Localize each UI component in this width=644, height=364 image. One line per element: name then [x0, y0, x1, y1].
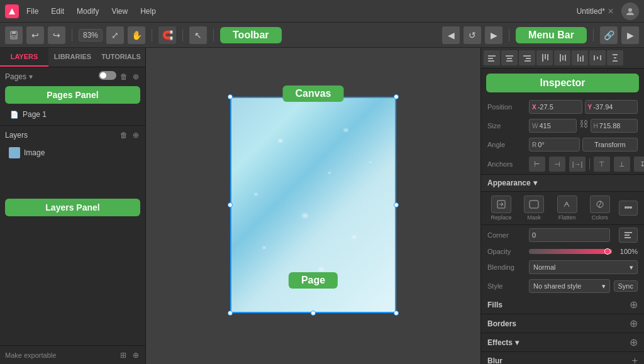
transform-btn[interactable]: Transform	[582, 138, 638, 152]
x-field[interactable]: X -27.5	[529, 100, 582, 114]
handle-mid-right[interactable]	[394, 202, 399, 207]
menu-edit[interactable]: Edit	[46, 4, 69, 18]
position-label: Position	[487, 103, 525, 111]
tab-layers[interactable]: LAYERS	[0, 48, 48, 67]
align-top-btn[interactable]	[536, 50, 553, 65]
account-icon[interactable]	[621, 3, 639, 20]
blur-row: Blur +	[481, 352, 644, 364]
close-document-btn[interactable]: ✕	[608, 7, 614, 16]
tab-libraries[interactable]: LIBRARIES	[48, 48, 97, 67]
corner-row: Corner 0	[481, 225, 644, 245]
add-layer-btn[interactable]: ⊕	[131, 130, 140, 141]
opacity-slider[interactable]	[529, 249, 612, 254]
angle-field[interactable]: R 0°	[529, 138, 580, 152]
replace-btn[interactable]: Replace	[487, 196, 515, 221]
refresh-btn[interactable]: ↺	[464, 26, 481, 44]
save-btn[interactable]	[5, 26, 23, 44]
layer-image-item[interactable]: Image	[5, 145, 140, 161]
h-field[interactable]: H 715.88	[591, 119, 638, 133]
handle-bottom-left[interactable]	[228, 311, 233, 316]
pages-header-left[interactable]: Pages ▾	[5, 72, 33, 81]
anchor-vcenter-btn[interactable]: ⊥	[614, 157, 630, 172]
menu-view[interactable]: View	[106, 4, 133, 18]
menu-modify[interactable]: Modify	[72, 4, 104, 18]
handle-bottom-right[interactable]	[394, 311, 399, 316]
anchor-bottom-btn[interactable]: ↧	[634, 157, 644, 172]
colors-btn[interactable]: Colors	[586, 196, 614, 221]
add-blur-btn[interactable]: +	[632, 355, 638, 364]
corner-value-field[interactable]: 0	[529, 228, 610, 242]
handle-top-left[interactable]	[228, 94, 233, 99]
mask-btn[interactable]: Mask	[520, 196, 548, 221]
anchor-left-btn[interactable]: ⊢	[529, 157, 545, 172]
anchor-right-btn[interactable]: |→|	[569, 157, 586, 172]
zoom-fit-btn[interactable]: ⤢	[106, 26, 124, 44]
corner-adjust-btn[interactable]	[619, 201, 638, 216]
align-right-btn[interactable]	[519, 50, 535, 65]
effects-dropdown-icon[interactable]: ▾	[515, 338, 519, 347]
align-center-v-btn[interactable]	[554, 50, 570, 65]
w-field[interactable]: W 415	[529, 119, 577, 133]
export-icon-btn1[interactable]: ⊞	[119, 350, 128, 361]
handle-bottom-center[interactable]	[311, 311, 316, 316]
distribute-v-btn[interactable]	[607, 50, 623, 65]
zoom-level[interactable]: 83%	[79, 29, 103, 41]
blending-select[interactable]: Normal ▾	[529, 260, 638, 274]
pages-title: Pages	[5, 72, 26, 81]
toggle-control[interactable]	[99, 71, 116, 80]
w-value: 415	[539, 122, 550, 130]
h-label: H	[594, 123, 598, 130]
pages-dropdown-icon[interactable]: ▾	[29, 72, 33, 81]
appearance-dropdown-icon[interactable]: ▾	[533, 179, 537, 187]
add-fill-btn[interactable]: ⊕	[630, 299, 638, 311]
handle-top-right[interactable]	[394, 94, 399, 99]
pan-tool-btn[interactable]: ✋	[128, 26, 145, 44]
flatten-btn[interactable]: Flatten	[553, 196, 581, 221]
sync-btn[interactable]: Sync	[614, 280, 638, 292]
distribute-h-btn[interactable]	[589, 50, 606, 65]
page1-item[interactable]: 📄 Page 1	[5, 108, 140, 121]
svg-rect-10	[523, 55, 531, 57]
align-bottom-btn[interactable]	[572, 50, 588, 65]
replace-label: Replace	[491, 214, 512, 221]
anchor-top-btn[interactable]: ⊤	[594, 157, 610, 172]
design-frame[interactable]	[231, 98, 395, 312]
delete-layer-btn[interactable]: 🗑	[119, 130, 129, 141]
style-dropdown-icon: ▾	[602, 282, 606, 290]
tab-tutorials[interactable]: TUTORIALS	[97, 48, 145, 67]
select-tool-btn[interactable]: ↖	[189, 26, 207, 44]
chain-link-icon[interactable]: ⛓	[579, 119, 588, 133]
opacity-value: 100%	[616, 248, 638, 255]
corner-options-btn[interactable]	[619, 228, 638, 243]
undo-btn[interactable]: ↩	[26, 26, 44, 44]
toolbar-label: Toolbar	[220, 27, 281, 43]
delete-page-btn[interactable]: 🗑	[119, 71, 129, 82]
angle-fields: R 0° Transform	[529, 138, 638, 152]
colors-label: Colors	[592, 214, 608, 221]
blending-row: Blending Normal ▾	[481, 258, 644, 277]
prev-btn[interactable]: ◀	[442, 26, 460, 44]
menu-help[interactable]: Help	[135, 4, 161, 18]
anchor-center-btn[interactable]: ⊣	[549, 157, 565, 172]
appearance-header: Appearance ▾	[481, 174, 644, 192]
link-btn[interactable]: 🔗	[600, 26, 618, 44]
align-center-h-btn[interactable]	[501, 50, 518, 65]
pages-panel-label-box: Toolbar Pages Panel	[5, 86, 140, 104]
forward-btn[interactable]: ▶	[485, 26, 502, 44]
style-select[interactable]: No shared style ▾	[529, 279, 610, 293]
canvas-area[interactable]: Canvas Page	[146, 48, 480, 364]
handle-mid-left[interactable]	[228, 202, 233, 207]
magnet-tool-btn[interactable]: 🧲	[158, 26, 176, 44]
add-page-btn[interactable]: ⊕	[131, 71, 140, 82]
handle-top-center[interactable]	[311, 94, 316, 99]
add-border-btn[interactable]: ⊕	[630, 317, 638, 329]
redo-btn[interactable]: ↪	[48, 26, 65, 44]
y-field[interactable]: Y -37.94	[585, 100, 638, 114]
panel-tabs: LAYERS LIBRARIES TUTORIALS	[0, 48, 145, 67]
export-icon-btn2[interactable]: ⊕	[131, 350, 140, 361]
layers-section: Layers 🗑 ⊕ Image Layers Panel	[0, 126, 145, 345]
play-btn[interactable]: ▶	[621, 26, 639, 44]
align-left-btn[interactable]	[484, 50, 500, 65]
add-effect-btn[interactable]: ⊕	[630, 336, 638, 348]
menu-file[interactable]: File	[21, 4, 43, 18]
